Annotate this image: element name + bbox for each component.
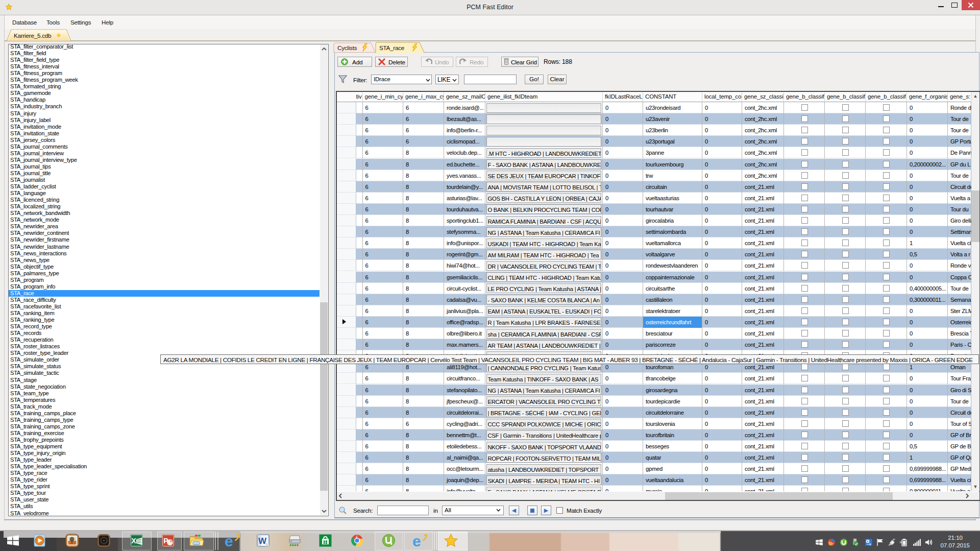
svg-text:W: W (258, 536, 267, 546)
svg-text:P: P (163, 537, 168, 545)
svg-text:X: X (131, 537, 136, 545)
svg-text:e: e (412, 534, 421, 547)
svg-text:e: e (225, 534, 233, 547)
